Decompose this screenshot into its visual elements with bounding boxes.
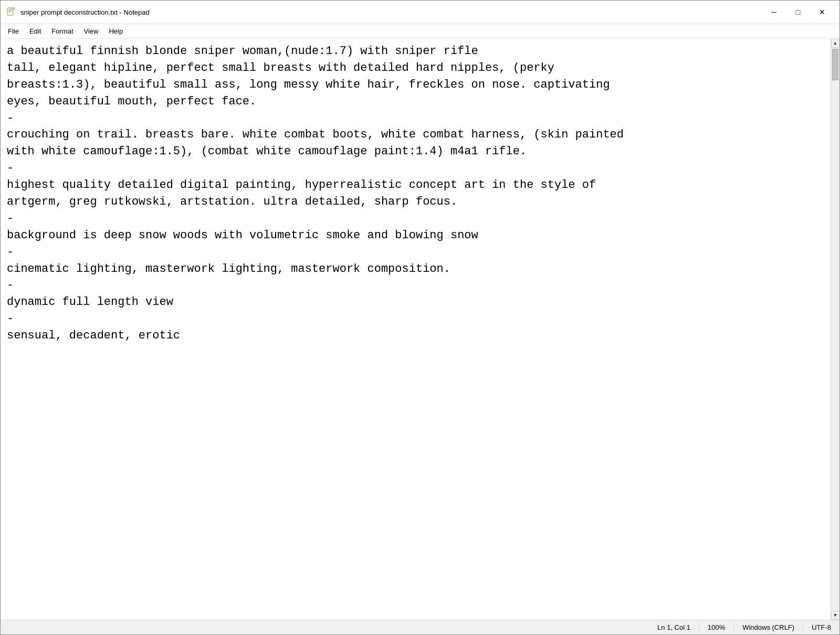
- notepad-window: sniper prompt deconstruction.txt - Notep…: [0, 0, 840, 635]
- close-button[interactable]: ✕: [810, 4, 834, 20]
- title-bar-controls: ─ □ ✕: [762, 4, 834, 20]
- line-endings: Windows (CRLF): [733, 622, 803, 632]
- scrollbar-track[interactable]: [831, 48, 839, 611]
- svg-rect-3: [8, 12, 11, 12]
- window-title: sniper prompt deconstruction.txt - Notep…: [20, 8, 150, 16]
- menu-view[interactable]: View: [79, 26, 104, 37]
- text-editor[interactable]: [1, 39, 831, 620]
- status-bar: Ln 1, Col 1 100% Windows (CRLF) UTF-8: [1, 620, 839, 634]
- encoding: UTF-8: [803, 622, 839, 632]
- menu-edit[interactable]: Edit: [24, 26, 46, 37]
- editor-area: ▲ ▼: [1, 39, 839, 620]
- menu-format[interactable]: Format: [46, 26, 78, 37]
- scrollbar-thumb[interactable]: [832, 49, 838, 80]
- scrollbar[interactable]: ▲ ▼: [831, 39, 839, 620]
- maximize-button[interactable]: □: [786, 4, 810, 20]
- menu-bar: File Edit Format View Help: [1, 24, 839, 39]
- svg-rect-1: [8, 9, 12, 9]
- title-bar: sniper prompt deconstruction.txt - Notep…: [1, 1, 839, 24]
- cursor-position: Ln 1, Col 1: [649, 622, 699, 632]
- menu-file[interactable]: File: [3, 26, 24, 37]
- notepad-icon: [6, 7, 16, 17]
- svg-rect-2: [8, 10, 12, 11]
- minimize-button[interactable]: ─: [762, 4, 786, 20]
- title-bar-left: sniper prompt deconstruction.txt - Notep…: [6, 7, 150, 17]
- scroll-down-arrow[interactable]: ▼: [831, 611, 840, 620]
- menu-help[interactable]: Help: [103, 26, 128, 37]
- scroll-up-arrow[interactable]: ▲: [831, 39, 840, 48]
- zoom-level: 100%: [699, 622, 733, 632]
